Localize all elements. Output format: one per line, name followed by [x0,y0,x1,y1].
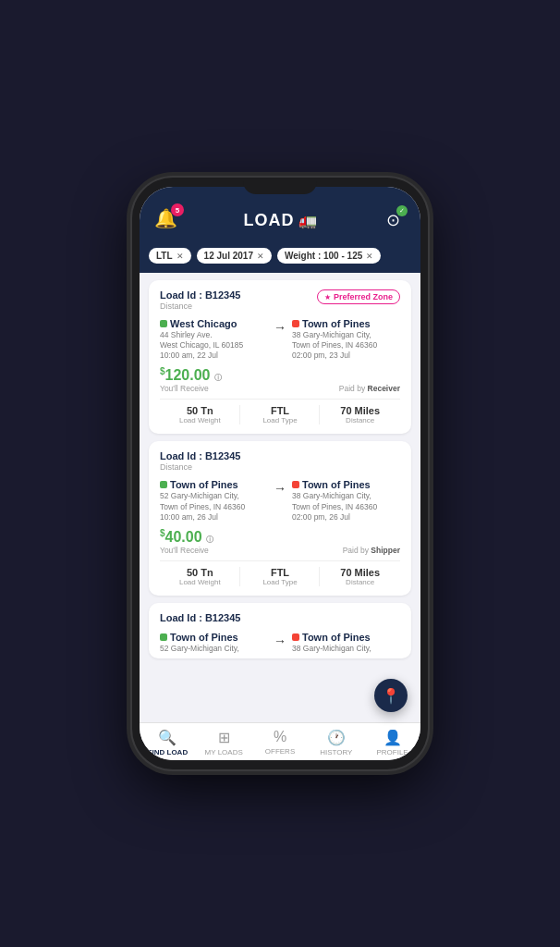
offers-label: OFFERS [265,747,295,756]
my-loads-icon: ⊞ [218,729,230,746]
route-row-2: Town of Pines 52 Gary-Michigan City, Tow… [160,479,400,522]
profile-icon: 👤 [383,729,402,746]
check-icon: ✓ [399,207,405,215]
stat-distance-value-1: 70 Miles [320,405,400,416]
card-header-3: Load Id : B12345 [160,612,400,624]
price-value-2: $40.00 ⓘ [160,528,213,546]
dest-city-3: Town of Pines [292,632,400,643]
price-label-1: You'll Receive [160,384,222,393]
price-block-2: $40.00 ⓘ You'll Receive [160,528,213,555]
stat-distance-label-1: Distance [320,416,400,424]
paid-by-1: Paid by Receiver [339,384,400,393]
truck-icon: 🚛 [298,212,317,229]
preferred-zone-label: Preferred Zone [334,292,393,301]
filter-pill-ltl[interactable]: LTL ✕ [149,248,191,264]
origin-city-2: Town of Pines [160,479,268,490]
stat-type-value-2: FTL [240,567,321,578]
notification-badge: 5 [171,203,184,216]
profile-label: PROFILE [376,748,408,756]
preferred-star-icon: ★ [324,293,331,301]
load-id-1: Load Id : B12345 [160,289,240,301]
origin-block-2: Town of Pines 52 Gary-Michigan City, Tow… [160,479,268,522]
origin-block-1: West Chicago 44 Shirley Ave. West Chicag… [160,318,268,361]
pill-weight-close[interactable]: ✕ [366,252,373,261]
stats-row-1: 50 Tn Load Weight FTL Load Type 70 Miles… [160,399,400,424]
nav-offers[interactable]: % OFFERS [252,729,309,756]
route-arrow-2: → [274,479,286,496]
dest-block-3: Town of Pines 38 Gary-Michigan City, [292,632,400,654]
price-info-icon-2: ⓘ [206,535,213,544]
paid-by-2: Paid by Shipper [343,546,400,555]
find-load-icon: 🔍 [158,729,177,746]
stat-distance-label-2: Distance [320,578,400,586]
my-loads-label: MY LOADS [205,748,243,756]
origin-indicator-3 [160,633,167,641]
find-load-label: FIND LOAD [148,748,189,756]
nav-my-loads[interactable]: ⊞ MY LOADS [196,729,252,756]
dest-address-2: 38 Gary-Michigan City, Town of Pines, IN… [292,491,400,522]
dest-indicator-2 [292,481,299,488]
load-distance-1: Distance [160,301,240,311]
pill-weight-label: Weight : 100 - 125 [285,251,362,261]
history-icon: 🕐 [327,729,346,746]
location-icon: 📍 [382,687,400,705]
phone-notch [243,178,317,194]
preferred-zone-badge: ★ Preferred Zone [317,289,400,304]
load-distance-2: Distance [160,462,240,472]
load-card-1[interactable]: Load Id : B12345 Distance ★ Preferred Zo… [149,280,411,434]
filter-pill-weight[interactable]: Weight : 100 - 125 ✕ [277,248,381,264]
logo-text: LOAD [244,211,295,230]
filter-active-badge: ✓ [396,205,408,216]
price-block-1: $120.00 ⓘ You'll Receive [160,366,222,393]
origin-indicator-1 [160,320,167,327]
stat-distance-value-2: 70 Miles [320,567,400,578]
nav-profile[interactable]: 👤 PROFILE [364,729,420,756]
route-arrow-3: → [274,632,286,648]
filter-pill-date[interactable]: 12 Jul 2017 ✕ [197,248,272,264]
pill-ltl-close[interactable]: ✕ [177,252,184,261]
header: 🔔 5 LOAD 🚛 ⊙ ✓ [140,187,420,242]
stats-row-2: 50 Tn Load Weight FTL Load Type 70 Miles… [160,560,400,586]
price-line-1: $120.00 ⓘ You'll Receive Paid by Receive… [160,366,400,393]
location-fab[interactable]: 📍 [374,679,408,712]
dest-indicator-1 [292,320,299,327]
stat-distance-1: 70 Miles Distance [320,405,400,424]
stat-distance-2: 70 Miles Distance [320,567,400,586]
stat-weight-label-2: Load Weight [160,578,240,586]
offers-icon: % [274,729,286,745]
dest-indicator-3 [292,633,299,641]
card-header-1: Load Id : B12345 Distance ★ Preferred Zo… [160,289,400,311]
route-row-1: West Chicago 44 Shirley Ave. West Chicag… [160,318,400,361]
load-card-3[interactable]: Load Id : B12345 Town of Pines 52 Gary-M… [149,603,411,658]
origin-indicator-2 [160,481,167,488]
history-label: HISTORY [320,748,352,756]
load-card-2[interactable]: Load Id : B12345 Distance Town of Pines … [149,441,411,595]
app-logo: LOAD 🚛 [244,211,317,230]
nav-find-load[interactable]: 🔍 FIND LOAD [140,729,196,756]
origin-address-2: 52 Gary-Michigan City, Town of Pines, IN… [160,491,268,522]
filter-bar: LTL ✕ 12 Jul 2017 ✕ Weight : 100 - 125 ✕ [140,242,420,273]
price-info-icon-1: ⓘ [214,374,222,382]
origin-city-3: Town of Pines [160,632,268,643]
phone-frame: 🔔 5 LOAD 🚛 ⊙ ✓ LTL ✕ 1 [132,178,428,769]
load-id-block-2: Load Id : B12345 Distance [160,450,240,472]
nav-history[interactable]: 🕐 HISTORY [308,729,364,756]
filter-button[interactable]: ⊙ ✓ [380,207,406,233]
origin-address-3: 52 Gary-Michigan City, [160,644,268,654]
price-value-1: $120.00 ⓘ [160,366,222,384]
dest-city-2: Town of Pines [292,479,400,490]
pill-date-label: 12 Jul 2017 [204,251,253,261]
price-label-2: You'll Receive [160,546,213,555]
load-id-2: Load Id : B12345 [160,450,240,461]
stat-weight-2: 50 Tn Load Weight [160,567,240,586]
dest-block-1: Town of Pines 38 Gary-Michigan City, Tow… [292,318,400,361]
notification-button[interactable]: 🔔 5 [154,207,180,233]
dest-block-2: Town of Pines 38 Gary-Michigan City, Tow… [292,479,400,522]
route-row-3: Town of Pines 52 Gary-Michigan City, → T… [160,632,400,654]
dest-address-1: 38 Gary-Michigan City, Town of Pines, IN… [292,330,400,361]
origin-address-1: 44 Shirley Ave. West Chicago, IL 60185 1… [160,330,268,361]
pill-date-close[interactable]: ✕ [257,252,264,261]
load-list: Load Id : B12345 Distance ★ Preferred Zo… [140,273,420,722]
stat-weight-value-2: 50 Tn [160,567,240,578]
stat-type-label-1: Load Type [240,416,321,424]
